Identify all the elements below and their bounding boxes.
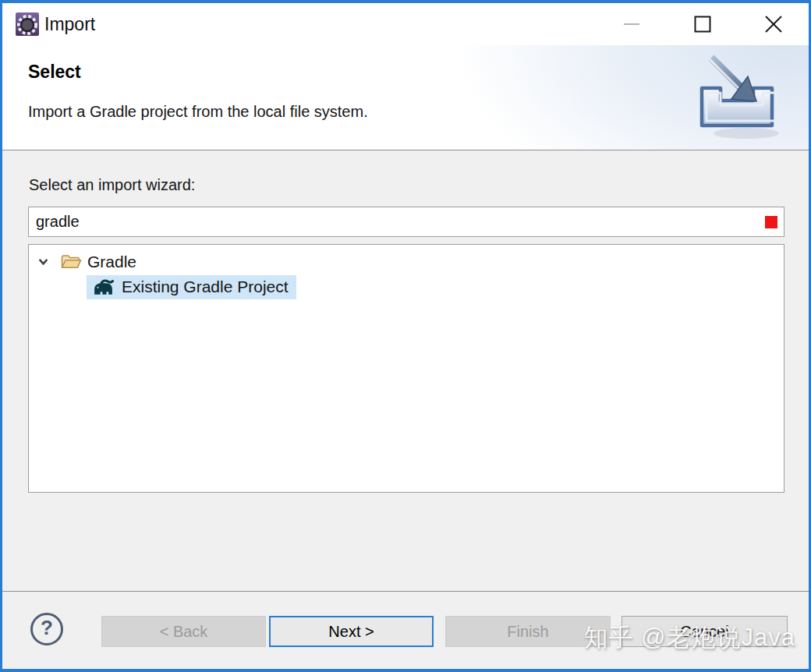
tree-item-gradle-category[interactable]: Gradle xyxy=(29,249,784,274)
next-button[interactable]: Next > xyxy=(269,616,434,647)
close-icon xyxy=(763,14,784,34)
selected-tree-item[interactable]: Existing Gradle Project xyxy=(87,275,296,299)
finish-button[interactable]: Finish xyxy=(445,616,611,647)
minimize-icon xyxy=(622,15,641,34)
tree-item-existing-gradle-project[interactable]: Existing Gradle Project xyxy=(29,274,784,300)
wizard-filter-field xyxy=(28,207,784,237)
close-button[interactable] xyxy=(738,3,809,45)
wizard-select-label: Select an import wizard: xyxy=(29,176,195,194)
help-question-icon: ? xyxy=(41,616,53,640)
help-button[interactable]: ? xyxy=(30,613,63,645)
tree-item-label: Existing Gradle Project xyxy=(122,278,289,296)
title-bar: Import xyxy=(2,3,809,45)
gradle-elephant-icon xyxy=(92,279,115,295)
window-title: Import xyxy=(44,14,95,35)
cancel-button[interactable]: Cancel xyxy=(622,616,788,647)
maximize-button[interactable] xyxy=(667,3,738,45)
back-button[interactable]: < Back xyxy=(101,616,266,647)
page-title: Select xyxy=(28,62,81,83)
import-banner-icon xyxy=(685,50,788,145)
minimize-button[interactable] xyxy=(596,3,667,45)
window-border-bottom xyxy=(0,669,811,672)
eclipse-gear-icon xyxy=(16,12,39,36)
window-controls xyxy=(596,3,809,45)
red-marker-icon xyxy=(765,216,777,228)
tree-item-label: Gradle xyxy=(87,253,136,271)
chevron-down-icon[interactable] xyxy=(37,256,49,268)
window-border-left xyxy=(0,0,2,672)
open-folder-icon xyxy=(61,253,82,270)
maximize-icon xyxy=(693,15,712,34)
button-bar: ? < Back Next > Finish Cancel xyxy=(2,591,809,669)
import-wizard-dialog: Import Select Import a Gradle pr xyxy=(0,0,811,672)
wizard-filter-input[interactable] xyxy=(29,207,784,236)
page-description: Import a Gradle project from the local f… xyxy=(28,103,368,121)
wizard-tree: Gradle Existing Gradle Project xyxy=(28,244,784,493)
wizard-header: Select Import a Gradle project from the … xyxy=(2,45,809,150)
window-border-top xyxy=(0,0,811,3)
